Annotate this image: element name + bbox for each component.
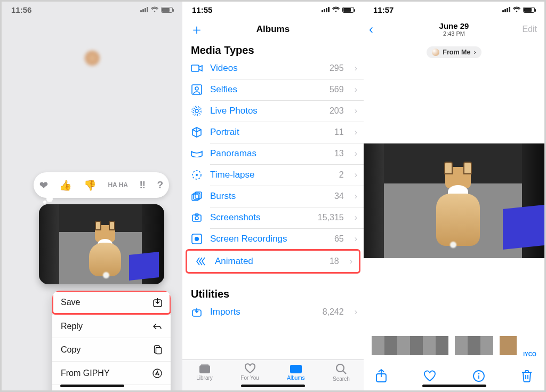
from-me-chip[interactable]: From Me › bbox=[427, 46, 481, 58]
tapback-thumbsdown-icon[interactable]: 👎 bbox=[84, 179, 97, 191]
section-heading-media-types: Media Types bbox=[182, 41, 364, 58]
livephotos-icon bbox=[191, 106, 203, 116]
status-icons bbox=[140, 6, 173, 13]
status-time: 11:55 bbox=[192, 5, 212, 14]
photo-hero[interactable] bbox=[364, 143, 544, 258]
appstore-icon bbox=[152, 369, 162, 378]
svg-point-22 bbox=[195, 237, 199, 241]
context-menu: Save Reply Copy bbox=[52, 291, 171, 390]
status-bar: 11:55 bbox=[182, 2, 364, 18]
back-button[interactable]: ‹ bbox=[369, 22, 373, 37]
home-indicator[interactable] bbox=[422, 385, 486, 387]
album-row-animated[interactable]: Animated 18 › bbox=[186, 249, 360, 274]
battery-icon bbox=[161, 7, 173, 13]
svg-point-30 bbox=[478, 373, 479, 374]
chevron-right-icon: › bbox=[347, 257, 352, 266]
photo-date: June 29 bbox=[439, 22, 469, 31]
screenshots-icon bbox=[191, 213, 203, 222]
context-item-label: Save bbox=[61, 298, 80, 307]
svg-rect-1 bbox=[156, 347, 162, 354]
svg-rect-25 bbox=[201, 364, 208, 365]
context-item-label: Reply bbox=[61, 322, 83, 331]
thumbnail-set[interactable] bbox=[372, 336, 448, 357]
tab-library[interactable]: Library bbox=[196, 363, 213, 381]
chevron-right-icon: › bbox=[473, 49, 476, 56]
tapback-haha-icon[interactable]: HA HA bbox=[108, 182, 128, 188]
svg-point-10 bbox=[195, 109, 198, 113]
tapback-thumbsup-icon[interactable]: 👍 bbox=[59, 179, 72, 191]
cellular-icon bbox=[502, 7, 510, 12]
imports-icon bbox=[191, 307, 203, 317]
thumbnail-set[interactable] bbox=[500, 336, 517, 357]
wifi-icon bbox=[512, 6, 521, 13]
context-from-giphy[interactable]: From GIPHY bbox=[52, 361, 171, 385]
cellular-icon bbox=[140, 7, 148, 12]
tab-search[interactable]: Search bbox=[333, 363, 350, 382]
context-reply[interactable]: Reply bbox=[52, 314, 171, 338]
share-button[interactable] bbox=[375, 369, 387, 383]
videos-icon bbox=[191, 64, 203, 73]
chevron-right-icon: › bbox=[351, 127, 357, 137]
avatar-icon bbox=[432, 49, 439, 56]
panel-photos-albums: 11:55 ＋ Albums Media Types Videos 295 › … bbox=[182, 2, 364, 390]
panel-messages-context-menu: 11:56 ❤︎ 👍 👎 HA HA ‼︎ ? bbox=[2, 2, 182, 390]
home-indicator[interactable] bbox=[60, 385, 124, 387]
library-icon bbox=[198, 363, 211, 374]
tapback-question-icon[interactable]: ? bbox=[157, 179, 164, 191]
album-row-portrait[interactable]: Portrait 11 › bbox=[182, 122, 364, 143]
chevron-right-icon: › bbox=[351, 234, 357, 244]
album-row-screenrecordings[interactable]: Screen Recordings 65 › bbox=[182, 228, 364, 250]
album-row-timelapse[interactable]: Time-lapse 2 › bbox=[182, 164, 364, 186]
album-row-videos[interactable]: Videos 295 › bbox=[182, 58, 364, 79]
thumbnail-set[interactable] bbox=[455, 336, 493, 357]
message-image-bubble[interactable] bbox=[39, 204, 164, 284]
tapback-heart-icon[interactable]: ❤︎ bbox=[39, 179, 48, 191]
chevron-right-icon: › bbox=[351, 213, 357, 222]
context-copy[interactable]: Copy bbox=[52, 338, 171, 361]
thumbnail-strip[interactable]: IYCO bbox=[364, 336, 544, 357]
favorite-button[interactable] bbox=[423, 370, 437, 382]
selfies-icon bbox=[191, 84, 203, 95]
svg-rect-26 bbox=[290, 365, 302, 373]
svg-rect-8 bbox=[192, 85, 202, 94]
tab-foryou[interactable]: For You bbox=[240, 363, 259, 381]
status-time: 11:57 bbox=[373, 5, 394, 14]
album-row-bursts[interactable]: Bursts 34 › bbox=[182, 186, 364, 207]
chevron-right-icon: › bbox=[351, 85, 357, 94]
context-item-label: From GIPHY bbox=[61, 369, 110, 378]
delete-button[interactable] bbox=[521, 370, 533, 382]
wifi-icon bbox=[332, 6, 340, 13]
album-list-media-types: Videos 295 › Selfies 569 › Live Photos 2… bbox=[182, 58, 364, 273]
panoramas-icon bbox=[191, 150, 203, 157]
section-heading-utilities: Utilities bbox=[182, 285, 364, 301]
bursts-icon bbox=[191, 191, 203, 201]
album-row-selfies[interactable]: Selfies 569 › bbox=[182, 79, 364, 100]
tapback-exclaim-icon[interactable]: ‼︎ bbox=[140, 179, 146, 191]
context-save[interactable]: Save bbox=[52, 291, 171, 314]
edit-button[interactable]: Edit bbox=[522, 25, 537, 34]
status-time: 11:56 bbox=[11, 5, 31, 14]
portrait-icon bbox=[191, 127, 203, 138]
tapback-reactions-bar: ❤︎ 👍 👎 HA HA ‼︎ ? bbox=[34, 172, 169, 198]
album-row-screenshots[interactable]: Screenshots 15,315 › bbox=[182, 207, 364, 228]
home-indicator[interactable] bbox=[241, 385, 305, 387]
animated-icon bbox=[196, 257, 207, 266]
contact-avatar bbox=[85, 51, 100, 66]
info-button[interactable] bbox=[472, 370, 485, 382]
nav-title: Albums bbox=[256, 24, 290, 35]
search-icon bbox=[335, 363, 347, 375]
battery-icon bbox=[342, 7, 354, 13]
album-row-imports[interactable]: Imports 8,242 › bbox=[182, 301, 364, 323]
tab-albums[interactable]: Albums bbox=[287, 363, 304, 381]
context-item-label: Copy bbox=[61, 345, 81, 355]
chevron-right-icon: › bbox=[351, 149, 357, 158]
status-bar: 11:57 bbox=[364, 2, 544, 18]
album-row-panoramas[interactable]: Panoramas 13 › bbox=[182, 143, 364, 164]
add-button[interactable]: ＋ bbox=[190, 20, 204, 39]
thumb-meta-label: IYCO bbox=[523, 351, 536, 357]
nav-bar: ‹ June 29 2:43 PM Edit bbox=[364, 18, 544, 41]
nav-bar: ＋ Albums bbox=[182, 18, 364, 41]
photo-time: 2:43 PM bbox=[439, 30, 469, 37]
chevron-right-icon: › bbox=[351, 191, 357, 201]
album-row-livephotos[interactable]: Live Photos 203 › bbox=[182, 100, 364, 122]
